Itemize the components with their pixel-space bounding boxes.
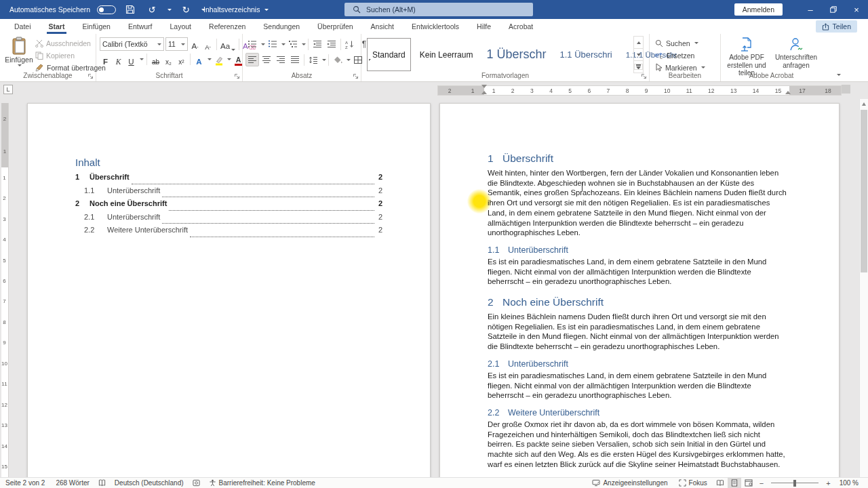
multilevel-list-button[interactable] bbox=[286, 37, 300, 51]
macro-record-icon[interactable] bbox=[189, 478, 203, 488]
word-count[interactable]: 268 Wörter bbox=[50, 478, 94, 488]
ribbon-tab[interactable]: Einfügen bbox=[73, 19, 119, 34]
search-input[interactable]: Suchen (Alt+M) bbox=[344, 3, 533, 16]
first-line-indent-marker[interactable] bbox=[481, 85, 487, 88]
zoom-out-button[interactable]: − bbox=[756, 478, 767, 488]
page-1[interactable]: Inhalt 1 Überschrift 2 1.1 Unterüberschr… bbox=[27, 103, 431, 477]
print-layout-button[interactable] bbox=[728, 478, 741, 488]
hanging-indent-marker[interactable] bbox=[481, 91, 487, 94]
section-paragraph[interactable]: Weit hinten, hinter den Wortbergen, fern… bbox=[488, 168, 787, 238]
text-effects-chevron-icon[interactable] bbox=[208, 58, 212, 60]
cut-button[interactable]: Ausschneiden bbox=[35, 37, 91, 49]
document-title[interactable]: Inhaltsverzeichnis bbox=[203, 0, 269, 19]
style-gallery-item[interactable]: Kein Leerraum bbox=[415, 38, 478, 71]
redo-icon[interactable]: ↻ bbox=[178, 2, 193, 17]
ribbon-tab[interactable]: Start bbox=[40, 19, 74, 34]
style-gallery-item[interactable]: 1.1 Überschri bbox=[555, 38, 616, 71]
ribbon-tab[interactable]: Acrobat bbox=[500, 19, 542, 34]
styles-scroll-down-icon[interactable] bbox=[633, 49, 644, 61]
collapse-ribbon-icon[interactable] bbox=[837, 74, 841, 76]
styles-dialog-launcher-icon[interactable] bbox=[641, 73, 647, 79]
justify-button[interactable] bbox=[288, 53, 302, 66]
toc-entry[interactable]: 2 Noch eine Überschrift 2 bbox=[75, 199, 382, 213]
font-dialog-launcher-icon[interactable] bbox=[234, 73, 240, 79]
ribbon-tab[interactable]: Ansicht bbox=[362, 19, 403, 34]
grow-font-button[interactable]: Aˆ bbox=[189, 38, 201, 51]
section-paragraph[interactable]: Der große Oxmox riet ihr davon ab, da es… bbox=[488, 420, 787, 470]
toc-entry[interactable]: 2.1 Unterüberschrift 2 bbox=[75, 213, 382, 226]
underline-button[interactable]: U bbox=[125, 53, 137, 66]
section-paragraph[interactable]: Es ist ein paradiesmatisches Land, in de… bbox=[488, 257, 787, 287]
zoom-slider-thumb[interactable] bbox=[793, 480, 796, 487]
align-right-button[interactable] bbox=[274, 53, 288, 66]
superscript-button[interactable]: x² bbox=[176, 53, 187, 66]
undo-chevron-icon[interactable] bbox=[167, 9, 172, 11]
toc-entry[interactable]: 2.2 Weitere Unterüberschrift 2 bbox=[75, 226, 382, 239]
ribbon-tab[interactable]: Entwurf bbox=[119, 19, 161, 34]
replace-button[interactable]: bc Ersetzen bbox=[655, 49, 694, 61]
paragraph-dialog-launcher-icon[interactable] bbox=[353, 73, 359, 79]
font-size-select[interactable]: 11 bbox=[165, 37, 188, 51]
display-settings-button[interactable]: Anzeigeeinstellungen bbox=[587, 478, 673, 488]
italic-button[interactable]: K bbox=[113, 53, 124, 66]
decrease-indent-button[interactable] bbox=[311, 37, 324, 51]
highlight-chevron-icon[interactable] bbox=[227, 58, 231, 60]
vertical-ruler[interactable]: 21 123456789101112131415 bbox=[1, 103, 9, 477]
style-gallery-item[interactable]: Standard bbox=[367, 38, 411, 71]
line-spacing-button[interactable] bbox=[307, 53, 320, 66]
styles-scroll-up-icon[interactable] bbox=[633, 36, 644, 49]
ribbon-tab[interactable]: Layout bbox=[161, 19, 201, 34]
scrollbar-thumb[interactable] bbox=[861, 110, 867, 272]
restore-icon[interactable] bbox=[822, 0, 845, 19]
ribbon-tab[interactable]: Sendungen bbox=[254, 19, 309, 34]
text-effects-button[interactable]: A bbox=[193, 53, 205, 66]
proofing-icon[interactable] bbox=[95, 478, 109, 488]
toc-entry[interactable]: 1.1 Unterüberschrift 2 bbox=[75, 186, 382, 200]
paste-button[interactable]: Einfügen bbox=[4, 37, 34, 73]
ribbon-tab[interactable]: Überprüfen bbox=[309, 19, 362, 34]
section-heading[interactable]: 1 Überschrift bbox=[488, 152, 787, 165]
section-heading[interactable]: 2 Noch eine Überschrift bbox=[488, 296, 787, 308]
change-case-button[interactable]: Aa bbox=[220, 38, 236, 51]
ribbon-tab[interactable]: Referenzen bbox=[200, 19, 254, 34]
sort-button[interactable]: AZ bbox=[343, 37, 357, 51]
request-signatures-button[interactable]: Unterschriften anfragen bbox=[772, 37, 820, 69]
section-paragraph[interactable]: Ein kleines Bächlein namens Duden fließt… bbox=[488, 312, 787, 352]
section-heading[interactable]: 2.1 Unterüberschrift bbox=[488, 359, 787, 369]
bold-button[interactable]: F bbox=[100, 53, 111, 66]
tab-stop-selector[interactable]: L bbox=[3, 85, 13, 94]
language-indicator[interactable]: Deutsch (Deutschland) bbox=[109, 478, 189, 488]
zoom-level[interactable]: 100 % bbox=[834, 478, 868, 488]
ribbon-tab[interactable]: Hilfe bbox=[468, 19, 500, 34]
align-center-button[interactable] bbox=[260, 53, 273, 66]
shrink-font-button[interactable]: Aˇ bbox=[202, 38, 214, 51]
scroll-up-icon[interactable] bbox=[862, 102, 866, 106]
underline-chevron-icon[interactable] bbox=[140, 58, 144, 60]
bullet-list-button[interactable] bbox=[245, 37, 259, 51]
numbered-list-button[interactable] bbox=[266, 37, 279, 51]
font-name-select[interactable]: Calibri (Textkö bbox=[100, 37, 164, 51]
zoom-in-button[interactable]: + bbox=[823, 478, 833, 488]
page-indicator[interactable]: Seite 2 von 2 bbox=[0, 478, 50, 488]
web-layout-button[interactable] bbox=[741, 478, 756, 488]
save-icon[interactable] bbox=[123, 2, 138, 17]
section-paragraph[interactable]: Es ist ein paradiesmatisches Land, in de… bbox=[488, 371, 787, 401]
share-button[interactable]: Teilen bbox=[816, 20, 857, 33]
ribbon-tab[interactable]: Entwicklertools bbox=[403, 19, 468, 34]
vertical-scrollbar[interactable] bbox=[859, 99, 868, 477]
page-2[interactable]: 1 Überschrift Weit hinten, hinter den Wo… bbox=[439, 103, 840, 477]
autosave-toggle[interactable] bbox=[97, 5, 116, 14]
horizontal-ruler[interactable]: 21 123456789101112131415 1718 bbox=[437, 85, 842, 96]
align-left-button[interactable] bbox=[245, 53, 259, 66]
close-icon[interactable]: × bbox=[845, 0, 868, 19]
zoom-slider[interactable] bbox=[771, 483, 818, 483]
copy-button[interactable]: Kopieren bbox=[35, 49, 75, 61]
accessibility-status[interactable]: Barrierefreiheit: Keine Probleme bbox=[203, 478, 321, 488]
subscript-button[interactable]: x₂ bbox=[163, 53, 174, 66]
read-mode-button[interactable] bbox=[713, 478, 728, 488]
clipboard-dialog-launcher-icon[interactable] bbox=[87, 73, 94, 79]
shading-button[interactable] bbox=[331, 53, 344, 66]
section-heading[interactable]: 2.2 Weitere Unterüberschrift bbox=[488, 408, 787, 418]
create-pdf-button[interactable]: Adobe PDF erstellen und teilen bbox=[723, 37, 770, 77]
section-heading[interactable]: 1.1 Unterüberschrift bbox=[488, 245, 787, 255]
